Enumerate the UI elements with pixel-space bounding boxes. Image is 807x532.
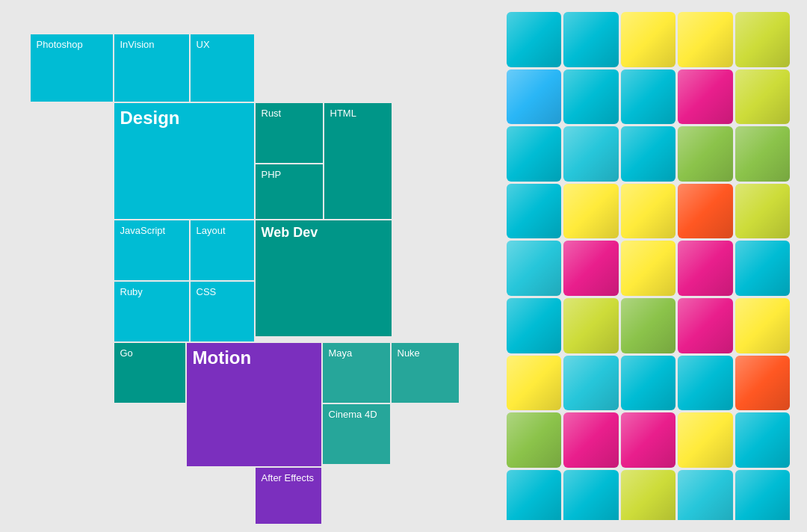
tile-aftereffects[interactable]: After Effects (256, 468, 321, 524)
tile-nuke[interactable]: Nuke (392, 343, 459, 403)
block-37 (621, 412, 676, 468)
tile-layout[interactable]: Layout (191, 220, 254, 280)
block-33 (678, 356, 733, 411)
block-7 (621, 69, 676, 125)
block-27 (621, 298, 676, 353)
tile-ruby[interactable]: Ruby (114, 282, 189, 341)
blocks-grid (507, 12, 791, 520)
block-44 (735, 470, 791, 520)
tile-rust[interactable]: Rust (256, 103, 323, 163)
block-29 (735, 298, 791, 353)
block-36 (563, 412, 619, 468)
block-9 (735, 69, 791, 125)
tile-php[interactable]: PHP (256, 164, 323, 219)
tile-ux[interactable]: UX (191, 34, 254, 102)
tile-motion[interactable]: Motion (187, 343, 321, 466)
tile-css[interactable]: CSS (191, 282, 254, 341)
tile-webdev[interactable]: Web Dev (256, 220, 392, 336)
block-20 (507, 241, 562, 296)
block-11 (563, 126, 619, 182)
block-34 (735, 356, 791, 411)
block-35 (507, 412, 562, 468)
block-23 (678, 241, 733, 296)
block-0 (507, 12, 562, 67)
block-6 (563, 69, 619, 125)
block-8 (678, 69, 733, 125)
block-25 (507, 298, 562, 353)
block-43 (678, 470, 733, 520)
block-19 (735, 184, 791, 239)
block-4 (735, 12, 791, 67)
block-13 (678, 126, 733, 182)
block-17 (621, 184, 676, 239)
block-1 (563, 12, 619, 67)
block-12 (621, 126, 676, 182)
tile-maya[interactable]: Maya (323, 343, 390, 403)
block-24 (735, 241, 791, 296)
block-32 (621, 356, 676, 411)
block-21 (563, 241, 619, 296)
block-38 (678, 412, 733, 468)
block-22 (621, 241, 676, 296)
treemap: PhotoshopInVisionUXDesignRustPHPHTMLJava… (17, 12, 473, 520)
tile-invision[interactable]: InVision (114, 34, 189, 102)
block-3 (678, 12, 733, 67)
block-30 (507, 356, 562, 411)
tile-javascript[interactable]: JavaScript (114, 220, 189, 280)
block-28 (678, 298, 733, 353)
block-40 (507, 470, 562, 520)
block-26 (563, 298, 619, 353)
tile-go[interactable]: Go (114, 343, 185, 403)
block-16 (563, 184, 619, 239)
block-14 (735, 126, 791, 182)
block-10 (507, 126, 562, 182)
block-18 (678, 184, 733, 239)
tile-cinema4d[interactable]: Cinema 4D (323, 404, 390, 464)
block-2 (621, 12, 676, 67)
block-41 (563, 470, 619, 520)
block-5 (507, 69, 562, 125)
block-39 (735, 412, 791, 468)
block-31 (563, 356, 619, 411)
tile-html[interactable]: HTML (324, 103, 392, 219)
block-15 (507, 184, 562, 239)
tile-design[interactable]: Design (114, 103, 254, 219)
tile-photoshop[interactable]: Photoshop (31, 34, 113, 102)
block-42 (621, 470, 676, 520)
